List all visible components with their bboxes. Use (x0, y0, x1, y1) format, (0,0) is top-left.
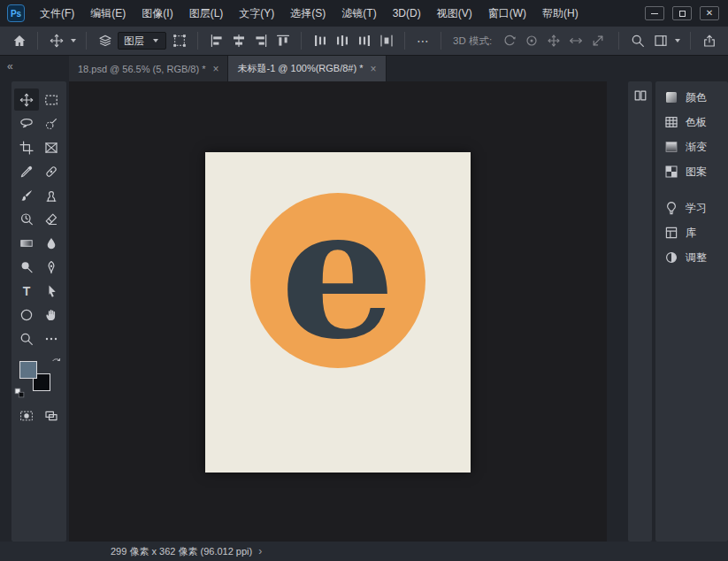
rectangular-marquee-tool[interactable] (39, 88, 64, 111)
menu-type[interactable]: 文字(Y) (231, 0, 282, 27)
quick-selection-tool[interactable] (39, 112, 64, 134)
menu-image[interactable]: 图像(I) (134, 0, 180, 27)
chevron-down-icon[interactable] (675, 39, 680, 42)
workspace-switcher-icon[interactable] (650, 30, 671, 51)
screen-mode-button[interactable] (39, 404, 64, 427)
toolbar-bottom-icons (11, 404, 66, 427)
distribute-right-edges-icon[interactable] (354, 30, 374, 51)
eraser-tool[interactable] (39, 208, 64, 230)
brush-tool[interactable] (14, 184, 39, 206)
collapsed-panel-icon[interactable] (632, 87, 649, 104)
collapse-tools-button[interactable]: « (7, 61, 12, 72)
chevron-down-icon[interactable] (71, 39, 76, 42)
lasso-tool[interactable] (14, 112, 39, 134)
zoom-tool[interactable] (14, 327, 39, 350)
align-horizontal-centers-icon[interactable] (228, 30, 249, 51)
clone-stamp-tool[interactable] (39, 184, 64, 206)
close-icon[interactable]: × (212, 63, 218, 75)
menu-bar: Ps 文件(F)编辑(E)图像(I)图层(L)文字(Y)选择(S)滤镜(T)3D… (0, 0, 728, 27)
distribute-spacing-icon[interactable] (376, 30, 396, 51)
current-tool-icon[interactable] (46, 30, 66, 51)
libraries-icon (663, 226, 678, 240)
panel-patterns[interactable]: 图案 (655, 159, 728, 184)
svg-text:T: T (23, 284, 31, 298)
document-tab-2[interactable]: 未标题-1 @ 100%(RGB/8#) *× (228, 56, 386, 81)
blur-tool[interactable] (39, 232, 64, 254)
tab-label: 未标题-1 @ 100%(RGB/8#) * (237, 62, 363, 75)
maximize-icon (679, 11, 686, 17)
more-tools[interactable] (39, 327, 64, 350)
panel-adjustments[interactable]: 调整 (655, 245, 728, 270)
options-bar: 图层 ⋯ 3D 模式: (0, 27, 728, 56)
photoshop-logo: Ps (7, 4, 25, 22)
3d-roll-icon[interactable] (521, 30, 541, 51)
ellipse-tool[interactable] (14, 304, 39, 326)
collapsed-panel-dock (628, 81, 652, 542)
status-bar: 299 像素 x 362 像素 (96.012 ppi) › (0, 542, 728, 561)
maximize-button[interactable] (672, 6, 692, 20)
spot-healing-brush-tool[interactable] (39, 160, 64, 182)
quick-mask-button[interactable] (14, 404, 39, 427)
gradients-icon (663, 140, 678, 154)
close-icon[interactable]: × (370, 63, 376, 75)
search-icon[interactable] (627, 30, 648, 51)
menu-window[interactable]: 窗口(W) (480, 0, 534, 27)
dodge-tool[interactable] (14, 256, 39, 278)
more-options-button[interactable]: ⋯ (413, 34, 433, 48)
align-top-edges-icon[interactable] (272, 30, 293, 51)
tab-label: 18.psd @ 56.5% (5, RGB/8) * (78, 64, 205, 74)
home-icon[interactable] (9, 30, 29, 51)
panel-label: 学习 (686, 201, 707, 216)
panel-label: 调整 (686, 250, 707, 265)
path-selection-tool[interactable] (39, 280, 64, 302)
panel-gradients[interactable]: 渐变 (655, 134, 728, 159)
swap-colors-icon[interactable] (51, 357, 62, 367)
auto-select-target-dropdown[interactable]: 图层 (118, 32, 166, 50)
3d-mode-group (499, 30, 608, 51)
crop-tool[interactable] (14, 136, 39, 158)
frame-tool[interactable] (39, 136, 64, 158)
menu-layer[interactable]: 图层(L) (181, 0, 232, 27)
history-brush-tool[interactable] (14, 208, 39, 230)
menubar-items: 文件(F)编辑(E)图像(I)图层(L)文字(Y)选择(S)滤镜(T)3D(D)… (32, 0, 586, 27)
move-tool[interactable] (14, 88, 39, 111)
minimize-button[interactable] (645, 6, 664, 20)
foreground-color-swatch[interactable] (19, 361, 37, 379)
divider (690, 32, 691, 50)
panel-label: 渐变 (686, 140, 707, 155)
menu-view[interactable]: 视图(V) (429, 0, 480, 27)
hand-tool[interactable] (39, 304, 64, 326)
canvas-area[interactable]: e (69, 81, 607, 542)
menu-edit[interactable]: 编辑(E) (82, 0, 134, 27)
eyedropper-tool[interactable] (14, 160, 39, 182)
distribute-left-edges-icon[interactable] (310, 30, 330, 51)
panel-swatches[interactable]: 色板 (655, 110, 728, 134)
align-group (206, 30, 293, 51)
pen-tool[interactable] (39, 256, 64, 278)
menu-filter[interactable]: 滤镜(T) (333, 0, 384, 27)
3d-pan-icon[interactable] (543, 30, 563, 51)
align-left-edges-icon[interactable] (206, 30, 226, 51)
type-tool[interactable]: T (14, 280, 39, 302)
document-tab-1[interactable]: 18.psd @ 56.5% (5, RGB/8) *× (69, 56, 228, 81)
close-button[interactable]: ✕ (700, 6, 719, 20)
panel-color[interactable]: 颜色 (655, 85, 728, 110)
gradient-tool[interactable] (14, 232, 39, 254)
menu-file[interactable]: 文件(F) (32, 0, 82, 27)
align-right-edges-icon[interactable] (250, 30, 271, 51)
panel-libraries[interactable]: 库 (655, 220, 728, 245)
transform-controls-icon[interactable] (169, 30, 189, 51)
default-colors-icon[interactable] (14, 388, 25, 398)
menu-select[interactable]: 选择(S) (282, 0, 333, 27)
artboard[interactable]: e (205, 152, 471, 473)
3d-scale-icon[interactable] (587, 30, 608, 51)
menu-3d[interactable]: 3D(D) (385, 0, 429, 27)
3d-slide-icon[interactable] (565, 30, 586, 51)
distribute-horizontal-centers-icon[interactable] (332, 30, 352, 51)
status-expand-icon[interactable]: › (258, 545, 262, 557)
auto-select-layers-icon[interactable] (95, 30, 115, 51)
panel-learn[interactable]: 学习 (655, 196, 728, 220)
menu-help[interactable]: 帮助(H) (534, 0, 586, 27)
3d-orbit-icon[interactable] (499, 30, 519, 51)
share-icon[interactable] (699, 30, 719, 51)
